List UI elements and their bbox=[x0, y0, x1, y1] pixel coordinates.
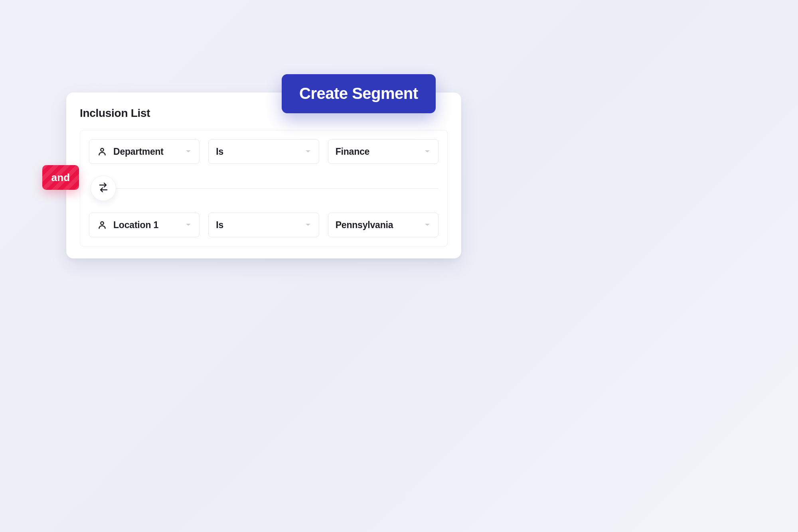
rule-row: Department Is Finance bbox=[89, 139, 439, 164]
chevron-down-icon bbox=[424, 221, 431, 229]
create-segment-label: Create Segment bbox=[299, 85, 418, 102]
attribute-select[interactable]: Department bbox=[89, 139, 200, 164]
rules-container: Department Is Finance bbox=[80, 130, 448, 246]
svg-point-1 bbox=[101, 222, 103, 225]
create-segment-button[interactable]: Create Segment bbox=[282, 74, 436, 113]
divider-line bbox=[115, 188, 439, 189]
attribute-label: Department bbox=[113, 146, 185, 157]
value-label: Pennsylvania bbox=[336, 220, 424, 231]
rule-divider bbox=[89, 174, 439, 202]
person-icon bbox=[97, 146, 108, 157]
inclusion-list-card: Inclusion List Department Is bbox=[66, 93, 461, 258]
chevron-down-icon bbox=[185, 221, 192, 229]
chevron-down-icon bbox=[424, 148, 431, 155]
chevron-down-icon bbox=[304, 221, 312, 229]
condition-label: Is bbox=[216, 220, 304, 231]
person-icon bbox=[97, 219, 108, 231]
swap-horizontal-icon bbox=[97, 182, 109, 194]
condition-select[interactable]: Is bbox=[208, 139, 319, 164]
value-label: Finance bbox=[336, 146, 424, 157]
operator-badge[interactable]: and bbox=[42, 165, 79, 190]
condition-select[interactable]: Is bbox=[208, 213, 319, 237]
value-select[interactable]: Finance bbox=[328, 139, 439, 164]
attribute-label: Location 1 bbox=[113, 220, 185, 231]
svg-point-0 bbox=[101, 148, 103, 151]
operator-label: and bbox=[51, 171, 70, 184]
swap-operator-button[interactable] bbox=[91, 175, 116, 201]
condition-label: Is bbox=[216, 146, 304, 157]
chevron-down-icon bbox=[304, 148, 312, 155]
chevron-down-icon bbox=[185, 148, 192, 155]
value-select[interactable]: Pennsylvania bbox=[328, 213, 439, 237]
rule-row: Location 1 Is Pennsylvania bbox=[89, 213, 439, 237]
attribute-select[interactable]: Location 1 bbox=[89, 213, 200, 237]
